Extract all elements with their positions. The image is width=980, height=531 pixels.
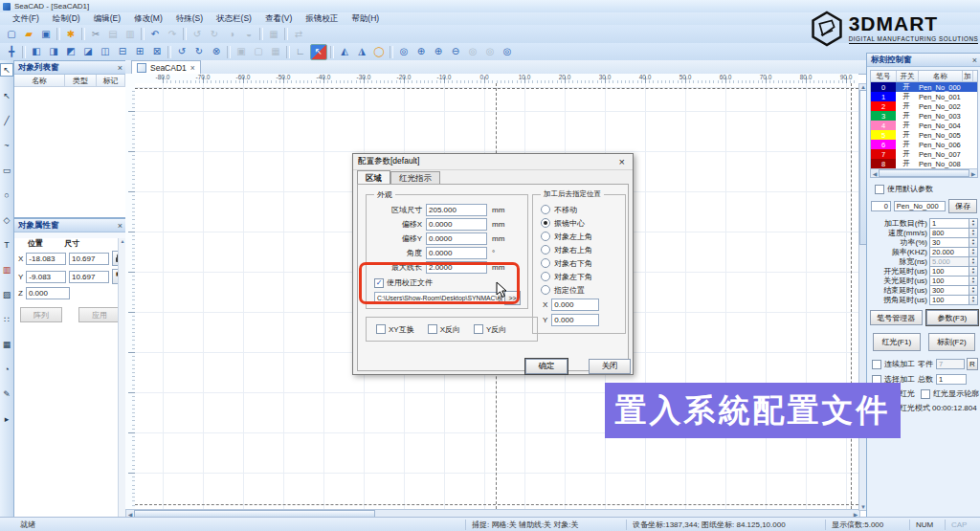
zoom-selected-icon[interactable]: ◎ bbox=[500, 45, 515, 59]
close-icon[interactable]: × bbox=[118, 63, 122, 73]
rotate-left-icon[interactable]: ↺ bbox=[189, 27, 205, 41]
distribute-h-icon[interactable]: ◫ bbox=[98, 45, 113, 59]
group-icon[interactable]: ▣ bbox=[234, 45, 249, 59]
apply-button[interactable]: 应用 bbox=[78, 307, 121, 322]
document-tab[interactable]: SeaCAD1 × bbox=[131, 60, 201, 74]
pen-manager-button[interactable]: 笔号管理器 bbox=[870, 310, 923, 325]
field-value[interactable]: 2.0000 bbox=[426, 261, 487, 274]
menu-item[interactable]: 编辑(E) bbox=[87, 13, 127, 25]
pen-row-4[interactable]: 4 开 Pen_No_004 bbox=[871, 121, 977, 130]
param-spinner[interactable] bbox=[969, 295, 978, 305]
pen-row-7[interactable]: 7 开 Pen_No_007 bbox=[871, 149, 977, 159]
toolbar-icon[interactable] bbox=[286, 46, 290, 58]
align-right-icon[interactable]: ◨ bbox=[46, 45, 61, 59]
new-file-icon[interactable]: ▢ bbox=[4, 27, 19, 41]
flip-option[interactable]: Y反向 bbox=[474, 324, 506, 335]
reset-count-button[interactable]: R bbox=[967, 358, 978, 370]
matrix-tool-icon[interactable]: ∷ bbox=[1, 314, 12, 325]
menu-item[interactable]: 特殊(S) bbox=[169, 13, 210, 25]
distribute-v-icon[interactable]: ⊟ bbox=[115, 45, 130, 59]
position-radio-option[interactable]: 对象右上角 bbox=[533, 243, 625, 256]
position-radio-option[interactable]: 对象左上角 bbox=[533, 230, 625, 243]
toolbar-icon[interactable] bbox=[390, 46, 393, 58]
save-pen-button[interactable]: 保存 bbox=[948, 199, 977, 213]
toolbar-icon[interactable] bbox=[183, 28, 187, 40]
use-default-checkbox[interactable] bbox=[875, 185, 884, 194]
pen-row-6[interactable]: 6 开 Pen_No_006 bbox=[871, 140, 977, 149]
flip-checkbox[interactable] bbox=[474, 324, 483, 334]
same-width-icon[interactable]: ⊞ bbox=[132, 45, 147, 59]
circle-tool-icon[interactable]: ○ bbox=[1, 189, 12, 201]
transform-icon[interactable]: ⇄ bbox=[291, 27, 306, 41]
undo-icon[interactable]: ↶ bbox=[147, 27, 163, 41]
align-top-icon[interactable]: ◩ bbox=[63, 45, 78, 59]
copy-icon[interactable]: ▤ bbox=[105, 27, 121, 41]
capture-image-icon[interactable]: ▦ bbox=[266, 27, 281, 41]
toolbar-icon[interactable] bbox=[56, 28, 60, 40]
same-height-icon[interactable]: ⊠ bbox=[149, 45, 165, 59]
dialog-close-icon[interactable]: × bbox=[616, 156, 628, 167]
mirror-v-icon[interactable]: ◭ bbox=[337, 45, 352, 59]
position-radio-option[interactable]: 不移动 bbox=[533, 203, 625, 216]
red-outline-checkbox[interactable] bbox=[921, 389, 930, 399]
ok-button[interactable]: 确定 bbox=[525, 359, 568, 374]
pen-column[interactable]: 笔号 bbox=[871, 71, 897, 81]
continuous-mark-checkbox[interactable] bbox=[872, 360, 881, 369]
toolbar-icon[interactable] bbox=[259, 28, 263, 40]
y-size-field[interactable]: 10.697 bbox=[69, 271, 109, 283]
zoom-in-icon[interactable]: ⊕ bbox=[431, 45, 446, 59]
pen-column[interactable]: 开关 bbox=[897, 71, 919, 81]
corner-mark-icon[interactable]: ∟ bbox=[293, 45, 308, 59]
pen-name-field[interactable]: Pen_No_000 bbox=[894, 201, 946, 211]
position-radio-option[interactable]: 振镜中心 bbox=[533, 216, 625, 230]
ungroup-icon[interactable]: ▢ bbox=[251, 45, 266, 59]
close-icon[interactable]: × bbox=[972, 55, 977, 65]
flip-option[interactable]: XY互换 bbox=[376, 324, 414, 335]
object-list-column[interactable]: 名称 bbox=[14, 75, 65, 86]
toolbar-icon[interactable] bbox=[141, 28, 145, 40]
close-button[interactable]: 关闭 bbox=[589, 359, 631, 374]
pen-row-0[interactable]: 0 开 Pen_No_000 bbox=[871, 82, 977, 92]
toolbar-icon[interactable] bbox=[227, 46, 231, 58]
rotate-90-cw-icon[interactable]: ↻ bbox=[191, 45, 207, 59]
flip-v-icon[interactable]: ◒ bbox=[241, 27, 256, 41]
x-position-field[interactable]: -18.083 bbox=[26, 253, 66, 265]
spline-tool-icon[interactable]: ~ bbox=[1, 140, 12, 151]
menu-item[interactable]: 修改(M) bbox=[127, 13, 169, 25]
param-value-field[interactable]: 100 bbox=[929, 295, 969, 305]
zoom-window-icon[interactable]: ◎ bbox=[396, 45, 412, 59]
redo-icon[interactable]: ↷ bbox=[165, 27, 180, 41]
pick-tool-icon[interactable]: ↖ bbox=[310, 44, 327, 60]
paste-icon[interactable]: ▥ bbox=[122, 27, 138, 41]
menu-item[interactable]: 帮助(H) bbox=[345, 13, 386, 25]
timer-tool-icon[interactable]: ◔ bbox=[1, 364, 12, 375]
position-radio-option[interactable]: 对象左下角 bbox=[533, 270, 625, 283]
flip-checkbox[interactable] bbox=[428, 324, 437, 334]
correction-path-field[interactable]: C:\Users\Show-Room\Desktop\SYNMAC\横格 bbox=[374, 292, 502, 304]
menu-item[interactable]: 绘制(D) bbox=[46, 13, 87, 25]
toolbar-icon[interactable] bbox=[167, 46, 171, 58]
zoom-move-icon[interactable]: ⊕ bbox=[413, 45, 429, 59]
rectangle-tool-icon[interactable]: ▭ bbox=[1, 165, 12, 176]
flip-option[interactable]: X反向 bbox=[428, 324, 460, 335]
total-count-field[interactable]: 1 bbox=[936, 374, 967, 385]
pen-row-2[interactable]: 2 开 Pen_No_002 bbox=[871, 101, 977, 111]
toolbar-icon[interactable] bbox=[284, 28, 288, 40]
tab-close-icon[interactable]: × bbox=[190, 63, 195, 73]
io-tool-icon[interactable]: ▸ bbox=[1, 413, 12, 425]
zoom-page-icon[interactable]: ◎ bbox=[482, 45, 498, 59]
object-list-column[interactable]: 类型 bbox=[65, 75, 97, 86]
pen-row-1[interactable]: 1 开 Pen_No_001 bbox=[871, 92, 977, 101]
scroll-left-icon[interactable]: ◀ bbox=[871, 170, 879, 177]
rotate-right-icon[interactable]: ↻ bbox=[207, 27, 222, 41]
cut-icon[interactable]: ✂ bbox=[88, 27, 103, 41]
mark-f2-button[interactable]: 标刻(F2) bbox=[928, 333, 976, 351]
polygon-tool-icon[interactable]: ◇ bbox=[1, 214, 12, 226]
position-radio-option[interactable]: 对象右下角 bbox=[533, 256, 625, 270]
toolbar-icon[interactable] bbox=[22, 46, 26, 58]
rotate-180-icon[interactable]: ⊗ bbox=[209, 45, 224, 59]
pos-y-field[interactable]: 0.000 bbox=[551, 314, 599, 326]
pen-column[interactable]: 加 bbox=[963, 71, 973, 81]
hatch-fill-icon[interactable]: ◯ bbox=[371, 45, 387, 59]
field-value[interactable]: 0.0000 bbox=[426, 218, 487, 231]
